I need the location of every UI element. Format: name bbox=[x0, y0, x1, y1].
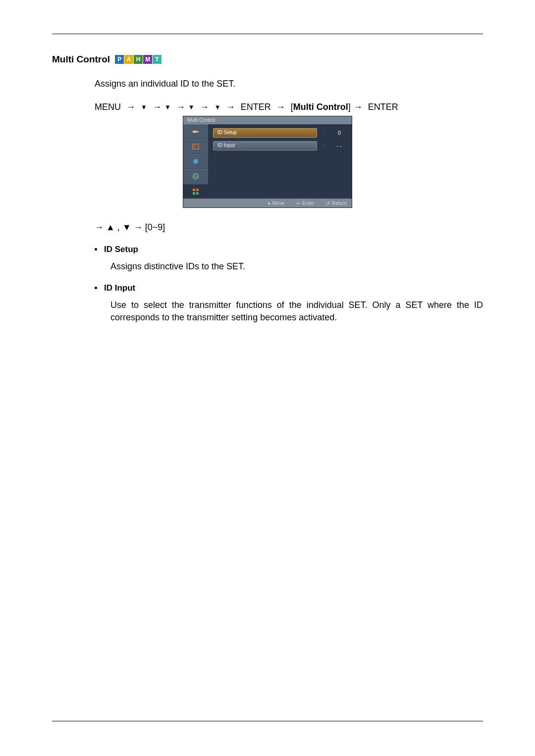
osd-body: ID Setup : 0 ID Input : - - bbox=[183, 124, 352, 199]
bullet-dot-icon bbox=[95, 287, 97, 289]
osd-panel: Multi Control bbox=[183, 116, 352, 207]
svg-point-3 bbox=[194, 146, 196, 147]
arrow-icon: → bbox=[134, 222, 143, 232]
osd-rows: ID Setup : 0 ID Input : - - bbox=[208, 124, 352, 199]
osd-row-sep: : bbox=[317, 130, 332, 136]
nav-enter-2: ENTER bbox=[368, 102, 398, 112]
section-title: Multi Control bbox=[52, 54, 110, 65]
mode-badge-a: A bbox=[124, 55, 133, 64]
bullet-heading: ID Input bbox=[95, 283, 483, 293]
osd-row-id-setup[interactable]: ID Setup : 0 bbox=[213, 127, 347, 138]
osd-move-label: Move bbox=[272, 201, 284, 206]
osd-row-value: - - bbox=[332, 143, 347, 149]
bullet-body: Assigns distinctive IDs to the SET. bbox=[110, 260, 483, 272]
osd-side-tabs bbox=[183, 124, 208, 199]
arrow-icon: → bbox=[176, 102, 185, 112]
osd-return-hint: ↺Return bbox=[326, 201, 347, 206]
svg-rect-9 bbox=[193, 192, 195, 195]
osd-screenshot: Multi Control bbox=[183, 116, 352, 207]
osd-enter-hint: ↵Enter bbox=[296, 201, 314, 206]
enter-icon: ↵ bbox=[296, 201, 300, 206]
globe-icon bbox=[192, 157, 200, 165]
navigation-path: MENU → ▼ →▼ →▼ → ▼ → ENTER → [Multi Cont… bbox=[95, 102, 483, 112]
osd-tab-setup[interactable] bbox=[183, 169, 208, 184]
picture-icon bbox=[192, 143, 200, 151]
section-heading: Multi Control P A H M T bbox=[52, 54, 483, 65]
osd-tab-sound[interactable] bbox=[183, 154, 208, 169]
bullet-id-setup: ID Setup Assigns distinctive IDs to the … bbox=[95, 245, 483, 272]
svg-point-4 bbox=[193, 159, 198, 164]
mode-badge-m: M bbox=[143, 55, 152, 64]
osd-row-value: 0 bbox=[332, 130, 347, 136]
down-triangle-icon: ▼ bbox=[214, 103, 221, 111]
return-icon: ↺ bbox=[326, 201, 330, 206]
updown-icon: ♦ bbox=[268, 201, 270, 206]
arrow-icon: → bbox=[153, 102, 161, 112]
bullet-dot-icon bbox=[95, 248, 97, 251]
bullet-title: ID Setup bbox=[104, 245, 138, 254]
svg-point-6 bbox=[195, 176, 197, 177]
mode-badges: P A H M T bbox=[115, 55, 162, 64]
nav-menu: MENU bbox=[95, 102, 121, 112]
gear-icon bbox=[192, 172, 200, 180]
arrow-icon: → bbox=[95, 222, 104, 232]
bracket-close: ] bbox=[348, 102, 351, 112]
osd-return-label: Return bbox=[332, 201, 347, 206]
intro-text: Assigns an individual ID to the SET. bbox=[95, 79, 483, 89]
osd-title: Multi Control bbox=[183, 116, 352, 124]
bullet-title: ID Input bbox=[104, 283, 135, 293]
arrow-icon: → bbox=[276, 102, 285, 112]
down-triangle-icon: ▼ bbox=[164, 103, 171, 111]
mode-badge-t: T bbox=[153, 55, 161, 64]
osd-footer: ♦Move ↵Enter ↺Return bbox=[183, 199, 352, 207]
osd-enter-label: Enter bbox=[302, 201, 314, 206]
osd-tab-multi-control[interactable] bbox=[183, 184, 208, 199]
bullet-heading: ID Setup bbox=[95, 245, 483, 254]
comma: , bbox=[117, 222, 122, 232]
mode-badge-h: H bbox=[134, 55, 143, 64]
osd-row-label: ID Input bbox=[213, 141, 317, 151]
bottom-rule bbox=[52, 721, 483, 721]
arrow-icon: → bbox=[354, 102, 363, 112]
range-text: [0~9] bbox=[145, 222, 165, 232]
bullet-body: Use to select the transmitter functions … bbox=[110, 299, 483, 323]
nav-bracket-label: Multi Control bbox=[293, 102, 348, 112]
arrow-icon: → bbox=[200, 102, 209, 112]
nav-enter: ENTER bbox=[241, 102, 271, 112]
grid-icon bbox=[192, 188, 200, 196]
osd-move-hint: ♦Move bbox=[268, 201, 285, 206]
down-triangle-icon: ▼ bbox=[141, 103, 147, 111]
document-page: Multi Control P A H M T Assigns an indiv… bbox=[0, 0, 535, 756]
bullet-id-input: ID Input Use to select the transmitter f… bbox=[95, 283, 483, 323]
post-navigation-path: → ▲ , ▼ → [0~9] bbox=[95, 222, 483, 233]
osd-row-sep: : bbox=[317, 143, 332, 149]
down-triangle-icon: ▼ bbox=[188, 103, 195, 111]
svg-rect-1 bbox=[197, 131, 199, 132]
svg-rect-7 bbox=[193, 189, 195, 191]
top-rule bbox=[52, 34, 483, 34]
osd-tab-picture[interactable] bbox=[183, 139, 208, 154]
osd-row-label: ID Setup bbox=[213, 128, 317, 138]
svg-rect-8 bbox=[196, 189, 199, 191]
arrow-icon: → bbox=[226, 102, 235, 112]
svg-rect-0 bbox=[193, 131, 197, 133]
arrow-icon: → bbox=[126, 102, 135, 112]
up-triangle-icon: ▲ bbox=[106, 222, 115, 232]
osd-tab-input[interactable] bbox=[183, 124, 208, 139]
mode-badge-p: P bbox=[115, 55, 124, 64]
down-triangle-icon: ▼ bbox=[122, 222, 131, 232]
svg-rect-10 bbox=[196, 192, 199, 195]
svg-rect-2 bbox=[193, 144, 199, 149]
plug-icon bbox=[192, 128, 200, 136]
osd-row-id-input[interactable]: ID Input : - - bbox=[213, 140, 347, 151]
